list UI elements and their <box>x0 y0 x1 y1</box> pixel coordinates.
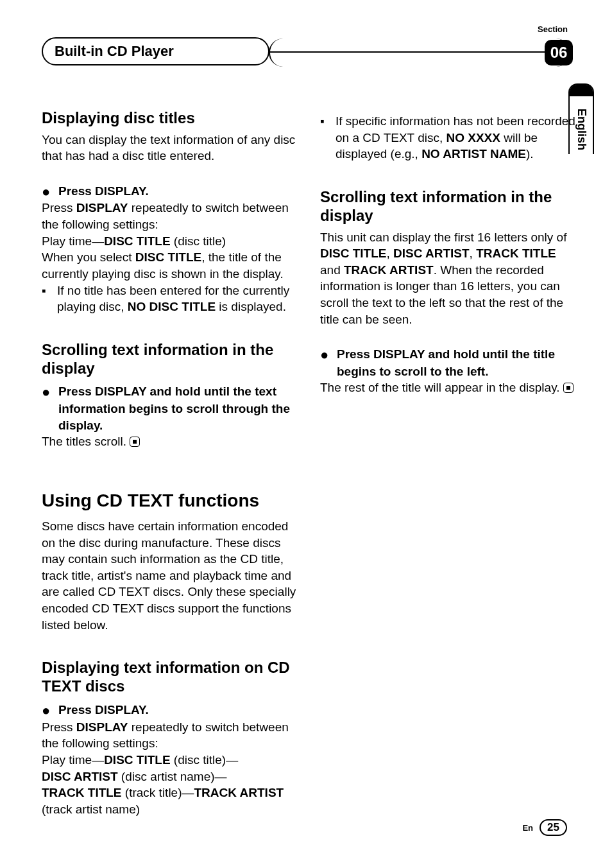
step: ●Press DISPLAY. <box>42 181 297 200</box>
heading: Scrolling text information in the displa… <box>320 188 575 225</box>
chapter-title-pill: Built-in CD Player <box>42 37 269 65</box>
section-scrolling-text-right: Scrolling text information in the displa… <box>320 188 575 396</box>
note: ▪If no title has been entered for the cu… <box>42 282 297 315</box>
body-text: Play time—DISC TITLE (disc title) <box>42 233 297 250</box>
language-tab-label: English <box>575 108 588 150</box>
section-displaying-text-info: Displaying text information on CD TEXT d… <box>42 659 297 817</box>
section-scrolling-text-left: Scrolling text information in the displa… <box>42 341 297 450</box>
body-text: The titles scroll. <box>42 433 297 450</box>
intro-text: Some discs have certain information enco… <box>42 518 297 633</box>
section-continued: ▪If specific information has not been re… <box>320 113 575 162</box>
step: ●Press DISPLAY and hold until the text i… <box>42 381 297 433</box>
intro-text: This unit can display the first 16 lette… <box>320 229 575 328</box>
section-number: 06 <box>545 40 573 65</box>
section-using-cd-text: Using CD TEXT functions Some discs have … <box>42 489 297 633</box>
right-column: ▪If specific information has not been re… <box>320 109 575 844</box>
left-column: Displaying disc titles You can display t… <box>42 109 297 844</box>
footer-lang: En <box>522 823 533 833</box>
body-text: When you select DISC TITLE, the title of… <box>42 249 297 282</box>
language-tab: English <box>568 83 594 154</box>
heading: Displaying text information on CD TEXT d… <box>42 659 297 696</box>
note: ▪If specific information has not been re… <box>320 113 575 162</box>
body-text: (track artist name) <box>42 801 297 818</box>
body-text: The rest of the title will appear in the… <box>320 379 575 396</box>
body-text: DISC ARTIST (disc artist name)— <box>42 768 297 785</box>
intro-text: You can display the text information of … <box>42 132 297 164</box>
heading: Scrolling text information in the displa… <box>42 341 297 378</box>
section-label: Section <box>538 24 568 34</box>
chapter-title: Built-in CD Player <box>55 43 174 60</box>
body-text: TRACK TITLE (track title)—TRACK ARTIST <box>42 785 297 801</box>
section-indicator: Section 06 <box>269 39 570 67</box>
section-displaying-disc-titles: Displaying disc titles You can display t… <box>42 109 297 315</box>
heading-main: Using CD TEXT functions <box>42 489 297 513</box>
body-text: Press DISPLAY repeatedly to switch betwe… <box>42 719 297 752</box>
footer-page-number: 25 <box>540 819 567 836</box>
body-text: Play time—DISC TITLE (disc title)— <box>42 752 297 768</box>
page-header: Built-in CD Player Section 06 <box>42 26 570 64</box>
end-mark-icon <box>563 383 574 393</box>
heading: Displaying disc titles <box>42 109 297 128</box>
step: ●Press DISPLAY and hold until the title … <box>320 344 575 379</box>
page-footer: En 25 <box>522 819 567 836</box>
content-columns: Displaying disc titles You can display t… <box>42 109 575 844</box>
end-mark-icon <box>130 437 140 447</box>
step: ●Press DISPLAY. <box>42 700 297 719</box>
body-text: Press DISPLAY repeatedly to switch betwe… <box>42 200 297 232</box>
